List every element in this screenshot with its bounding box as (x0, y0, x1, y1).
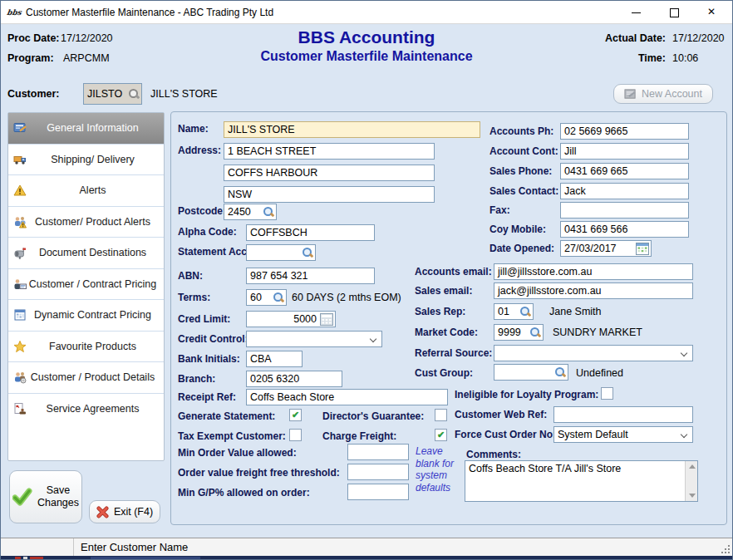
min-order-value-label: Min Order Value allowed: (178, 447, 297, 459)
directors-guarantee-checkbox[interactable] (435, 409, 447, 421)
min-gp-input[interactable] (347, 484, 409, 500)
market-code-search-icon[interactable] (529, 327, 541, 338)
cust-group-description: Undefined (576, 367, 623, 379)
force-cust-order-select[interactable]: System Default (553, 426, 693, 443)
new-account-icon (624, 88, 637, 101)
receipt-ref-label: Receipt Ref: (178, 391, 236, 403)
alpha-code-label: Alpha Code: (178, 226, 237, 238)
save-check-icon (12, 488, 32, 506)
sales-rep-search-icon[interactable] (519, 306, 531, 317)
comments-scrollbar[interactable] (685, 461, 697, 501)
receipt-ref-input[interactable]: Coffs Beach Store (246, 389, 448, 405)
time-value: 10:06 (672, 52, 698, 64)
generate-statement-label: Generate Statement: (178, 410, 275, 422)
exit-button[interactable]: Exit (F4) (89, 500, 160, 523)
sales-rep-input[interactable]: 01 (494, 303, 534, 320)
fax-input[interactable] (560, 202, 689, 219)
branch-input[interactable]: 0205 6320 (246, 371, 342, 387)
accounts-ph-label: Accounts Ph: (489, 125, 553, 137)
minimize-button[interactable] (617, 1, 655, 24)
market-code-input[interactable]: 9999 (494, 324, 544, 341)
accounts-ph-input[interactable]: 02 5669 9665 (560, 123, 689, 140)
cred-limit-label: Cred Limit: (178, 313, 230, 325)
customer-label: Customer: (7, 88, 60, 100)
cred-limit-input[interactable]: 5000 (246, 311, 336, 327)
postcode-label: Postcode: (178, 205, 226, 217)
sales-contact-input[interactable]: Jack (560, 183, 689, 199)
date-opened-input[interactable]: 27/03/2017 (560, 240, 652, 257)
account-cont-label: Account Cont: (489, 145, 558, 157)
accounts-email-input[interactable]: jill@jillsstore.com.au (494, 263, 693, 280)
sidebar-item-customer-contract-pricing[interactable]: Customer / Contract Pricing (8, 269, 164, 301)
customer-code-input[interactable]: JILSTO (83, 83, 142, 105)
exit-label: Exit (F4) (114, 506, 153, 518)
statement-acc-search-icon[interactable] (302, 247, 313, 258)
maximize-button[interactable] (656, 1, 693, 24)
status-message: Enter Customer Name (81, 541, 188, 553)
close-button[interactable] (694, 1, 731, 24)
sales-email-label: Sales email: (415, 285, 472, 297)
charge-freight-checkbox[interactable] (435, 429, 447, 441)
ineligible-loyalty-checkbox[interactable] (601, 387, 613, 400)
sidebar-item-document-destinations[interactable]: Document Destinations (8, 238, 164, 269)
freight-free-threshold-input[interactable] (347, 464, 409, 480)
tax-exempt-label: Tax Exempt Customer: (178, 430, 286, 442)
comments-box[interactable]: Coffs Beach Store T/A Jill's Store (465, 460, 698, 502)
referral-source-select[interactable] (494, 345, 693, 361)
time-label: Time: (593, 52, 666, 64)
customer-code-value: JILSTO (87, 84, 122, 104)
sidebar-item-shipping-delivery[interactable]: Shipping/ Delivery (8, 145, 164, 176)
calculator-icon[interactable] (320, 313, 333, 326)
sales-email-input[interactable]: jack@jillsstore.com.au (494, 282, 693, 299)
terms-search-icon[interactable] (273, 292, 284, 303)
customer-web-ref-label: Customer Web Ref: (455, 409, 547, 420)
account-cont-input[interactable]: Jill (560, 143, 689, 160)
save-changes-button[interactable]: Save Changes (9, 470, 82, 523)
postcode-input[interactable]: 2450 (224, 204, 277, 220)
sidebar-item-favourite-products[interactable]: Favourite Products (8, 332, 164, 363)
new-account-button[interactable]: New Account (613, 84, 713, 104)
statement-acc-input[interactable] (246, 244, 316, 261)
generate-statement-checkbox[interactable] (289, 409, 302, 421)
sidebar-item-customer-product-alerts[interactable]: Customer/ Product Alerts (8, 207, 164, 238)
force-cust-order-label: Force Cust Order No: (455, 429, 556, 440)
exit-x-icon (96, 506, 109, 518)
bank-initials-label: Bank Initials: (178, 353, 240, 365)
status-bar: Enter Customer Name (1, 538, 732, 556)
sidebar-item-customer-product-details[interactable]: Customer / Product Details (8, 362, 164, 394)
credit-control-select[interactable] (246, 331, 382, 347)
min-gp-label: Min G/P% allowed on order: (178, 487, 310, 499)
resize-grip[interactable] (721, 545, 730, 553)
terms-input[interactable]: 60 (246, 289, 287, 306)
directors-guarantee-label: Director's Guarantee: (322, 410, 424, 422)
bank-initials-input[interactable]: CBA (246, 351, 303, 367)
coy-mobile-input[interactable]: 0431 669 566 (560, 221, 689, 238)
actual-date-label: Actual Date: (593, 32, 666, 44)
comments-label: Comments: (466, 449, 521, 460)
sales-phone-input[interactable]: 0431 669 665 (560, 163, 689, 179)
sales-rep-description: Jane Smith (549, 306, 602, 317)
abn-input[interactable]: 987 654 321 (246, 268, 375, 284)
address-line1-input[interactable]: 1 BEACH STREET (224, 143, 435, 160)
fax-label: Fax: (489, 204, 510, 216)
alpha-code-input[interactable]: COFFSBCH (246, 224, 375, 241)
sidebar-item-service-agreements[interactable]: Service Agreements (8, 394, 164, 425)
referral-source-label: Referral Source: (415, 347, 492, 359)
sidebar-item-dynamic-contract-pricing[interactable]: Dynamic Contract Pricing (8, 300, 164, 332)
tax-exempt-checkbox[interactable] (289, 429, 302, 441)
sidebar-item-general-information[interactable]: General Information (8, 113, 164, 145)
customer-web-ref-input[interactable] (553, 406, 693, 423)
min-order-value-input[interactable] (347, 444, 409, 460)
sidebar-item-alerts[interactable]: Alerts (8, 175, 164, 207)
cust-group-search-icon[interactable] (554, 366, 566, 378)
address-line3-input[interactable]: NSW (224, 186, 435, 203)
window-title: Customer Masterfile Maintenance - ABC Tr… (26, 7, 273, 18)
address-line2-input[interactable]: COFFS HARBOUR (224, 165, 435, 181)
comments-text[interactable]: Coffs Beach Store T/A Jill's Store (465, 461, 685, 501)
name-input[interactable]: JILL'S STORE (224, 121, 480, 138)
calendar-icon[interactable] (636, 243, 649, 255)
customer-search-icon[interactable] (128, 88, 140, 100)
ineligible-loyalty-label: Ineligible for Loyalty Program: (455, 389, 598, 400)
postcode-search-icon[interactable] (263, 206, 274, 218)
cust-group-input[interactable] (494, 364, 568, 381)
